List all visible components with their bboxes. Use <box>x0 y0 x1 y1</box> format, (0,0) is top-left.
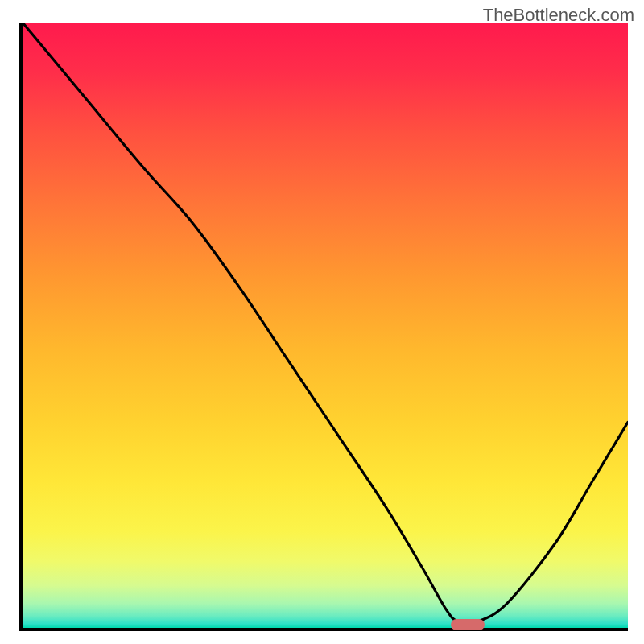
plot-area <box>19 23 628 631</box>
watermark-text: TheBottleneck.com <box>483 5 634 26</box>
minimum-marker <box>451 619 485 630</box>
chart-container: TheBottleneck.com <box>0 0 644 644</box>
gradient-background <box>23 23 628 628</box>
